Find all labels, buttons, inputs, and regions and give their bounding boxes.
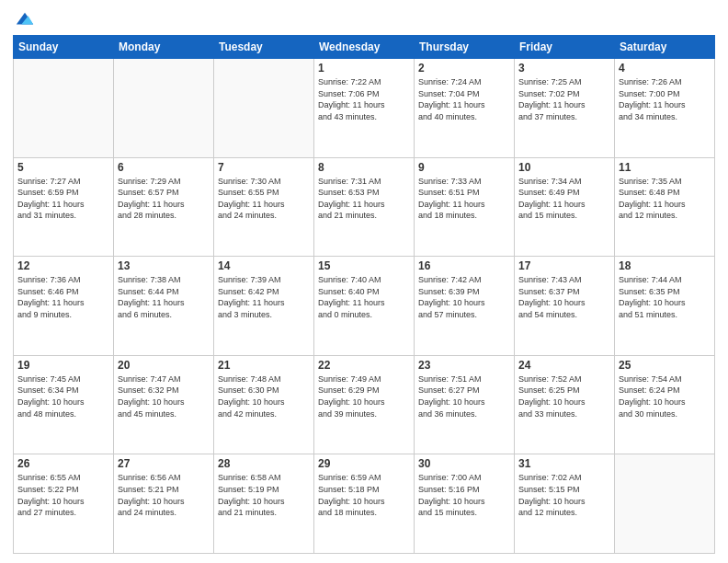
day-number: 13 bbox=[118, 259, 210, 272]
day-info: Sunrise: 7:54 AM Sunset: 6:24 PM Dayligh… bbox=[619, 373, 711, 419]
day-number: 15 bbox=[318, 259, 410, 272]
day-number: 14 bbox=[218, 259, 310, 272]
day-number: 29 bbox=[318, 457, 410, 470]
day-info: Sunrise: 7:44 AM Sunset: 6:35 PM Dayligh… bbox=[619, 274, 711, 320]
day-number: 2 bbox=[418, 62, 510, 75]
day-number: 21 bbox=[218, 359, 310, 372]
day-info: Sunrise: 7:45 AM Sunset: 6:34 PM Dayligh… bbox=[17, 373, 109, 419]
day-info: Sunrise: 7:24 AM Sunset: 7:04 PM Dayligh… bbox=[418, 76, 510, 122]
day-number: 26 bbox=[17, 457, 109, 470]
day-info: Sunrise: 7:43 AM Sunset: 6:37 PM Dayligh… bbox=[518, 274, 610, 320]
day-info: Sunrise: 7:00 AM Sunset: 5:16 PM Dayligh… bbox=[418, 472, 510, 518]
calendar-cell: 4Sunrise: 7:26 AM Sunset: 7:00 PM Daylig… bbox=[615, 59, 715, 158]
day-info: Sunrise: 6:59 AM Sunset: 5:18 PM Dayligh… bbox=[318, 472, 410, 518]
calendar-cell: 24Sunrise: 7:52 AM Sunset: 6:25 PM Dayli… bbox=[515, 355, 615, 454]
calendar-cell: 15Sunrise: 7:40 AM Sunset: 6:40 PM Dayli… bbox=[314, 257, 415, 356]
calendar-cell: 27Sunrise: 6:56 AM Sunset: 5:21 PM Dayli… bbox=[114, 454, 214, 554]
day-number: 16 bbox=[418, 259, 510, 272]
calendar-cell: 22Sunrise: 7:49 AM Sunset: 6:29 PM Dayli… bbox=[314, 355, 415, 454]
day-number: 24 bbox=[518, 359, 610, 372]
calendar-cell: 8Sunrise: 7:31 AM Sunset: 6:53 PM Daylig… bbox=[314, 157, 415, 257]
logo-icon bbox=[15, 9, 35, 29]
calendar-cell bbox=[114, 59, 214, 158]
day-info: Sunrise: 7:02 AM Sunset: 5:15 PM Dayligh… bbox=[518, 472, 610, 518]
calendar-cell: 7Sunrise: 7:30 AM Sunset: 6:55 PM Daylig… bbox=[214, 157, 314, 257]
week-row-0: 1Sunrise: 7:22 AM Sunset: 7:06 PM Daylig… bbox=[14, 59, 715, 158]
calendar-cell: 5Sunrise: 7:27 AM Sunset: 6:59 PM Daylig… bbox=[14, 157, 114, 257]
day-info: Sunrise: 7:25 AM Sunset: 7:02 PM Dayligh… bbox=[518, 76, 610, 122]
weekday-header-thursday: Thursday bbox=[415, 36, 515, 59]
calendar-cell: 9Sunrise: 7:33 AM Sunset: 6:51 PM Daylig… bbox=[415, 157, 515, 257]
calendar-cell: 25Sunrise: 7:54 AM Sunset: 6:24 PM Dayli… bbox=[615, 355, 715, 454]
day-info: Sunrise: 7:36 AM Sunset: 6:46 PM Dayligh… bbox=[17, 274, 109, 320]
calendar-cell: 19Sunrise: 7:45 AM Sunset: 6:34 PM Dayli… bbox=[14, 355, 114, 454]
day-number: 12 bbox=[17, 259, 109, 272]
day-number: 20 bbox=[118, 359, 210, 372]
weekday-header-saturday: Saturday bbox=[615, 36, 715, 59]
calendar-cell: 3Sunrise: 7:25 AM Sunset: 7:02 PM Daylig… bbox=[515, 59, 615, 158]
day-info: Sunrise: 7:49 AM Sunset: 6:29 PM Dayligh… bbox=[318, 373, 410, 419]
weekday-header-friday: Friday bbox=[515, 36, 615, 59]
calendar-cell: 16Sunrise: 7:42 AM Sunset: 6:39 PM Dayli… bbox=[415, 257, 515, 356]
calendar-cell: 14Sunrise: 7:39 AM Sunset: 6:42 PM Dayli… bbox=[214, 257, 314, 356]
day-number: 11 bbox=[619, 161, 711, 174]
calendar-cell: 18Sunrise: 7:44 AM Sunset: 6:35 PM Dayli… bbox=[615, 257, 715, 356]
weekday-header-wednesday: Wednesday bbox=[314, 36, 415, 59]
day-info: Sunrise: 7:39 AM Sunset: 6:42 PM Dayligh… bbox=[218, 274, 310, 320]
day-number: 22 bbox=[318, 359, 410, 372]
day-number: 30 bbox=[418, 457, 510, 470]
calendar-cell: 10Sunrise: 7:34 AM Sunset: 6:49 PM Dayli… bbox=[515, 157, 615, 257]
day-info: Sunrise: 7:52 AM Sunset: 6:25 PM Dayligh… bbox=[518, 373, 610, 419]
day-number: 9 bbox=[418, 161, 510, 174]
day-number: 23 bbox=[418, 359, 510, 372]
day-info: Sunrise: 7:40 AM Sunset: 6:40 PM Dayligh… bbox=[318, 274, 410, 320]
calendar-cell: 30Sunrise: 7:00 AM Sunset: 5:16 PM Dayli… bbox=[415, 454, 515, 554]
week-row-2: 12Sunrise: 7:36 AM Sunset: 6:46 PM Dayli… bbox=[14, 257, 715, 356]
calendar-cell: 21Sunrise: 7:48 AM Sunset: 6:30 PM Dayli… bbox=[214, 355, 314, 454]
day-info: Sunrise: 6:55 AM Sunset: 5:22 PM Dayligh… bbox=[17, 472, 109, 518]
day-info: Sunrise: 7:38 AM Sunset: 6:44 PM Dayligh… bbox=[118, 274, 210, 320]
day-number: 27 bbox=[118, 457, 210, 470]
day-info: Sunrise: 7:42 AM Sunset: 6:39 PM Dayligh… bbox=[418, 274, 510, 320]
day-number: 28 bbox=[218, 457, 310, 470]
calendar-cell: 13Sunrise: 7:38 AM Sunset: 6:44 PM Dayli… bbox=[114, 257, 214, 356]
calendar-cell: 23Sunrise: 7:51 AM Sunset: 6:27 PM Dayli… bbox=[415, 355, 515, 454]
day-number: 18 bbox=[619, 259, 711, 272]
day-number: 25 bbox=[619, 359, 711, 372]
day-number: 31 bbox=[518, 457, 610, 470]
weekday-header-tuesday: Tuesday bbox=[214, 36, 314, 59]
week-row-1: 5Sunrise: 7:27 AM Sunset: 6:59 PM Daylig… bbox=[14, 157, 715, 257]
calendar-cell: 12Sunrise: 7:36 AM Sunset: 6:46 PM Dayli… bbox=[14, 257, 114, 356]
day-info: Sunrise: 7:34 AM Sunset: 6:49 PM Dayligh… bbox=[518, 176, 610, 222]
day-info: Sunrise: 7:27 AM Sunset: 6:59 PM Dayligh… bbox=[17, 176, 109, 222]
day-info: Sunrise: 7:47 AM Sunset: 6:32 PM Dayligh… bbox=[118, 373, 210, 419]
weekday-header-monday: Monday bbox=[114, 36, 214, 59]
calendar-cell: 20Sunrise: 7:47 AM Sunset: 6:32 PM Dayli… bbox=[114, 355, 214, 454]
calendar-cell: 2Sunrise: 7:24 AM Sunset: 7:04 PM Daylig… bbox=[415, 59, 515, 158]
logo bbox=[13, 9, 35, 29]
calendar-cell: 31Sunrise: 7:02 AM Sunset: 5:15 PM Dayli… bbox=[515, 454, 615, 554]
calendar-table: SundayMondayTuesdayWednesdayThursdayFrid… bbox=[13, 35, 715, 554]
day-info: Sunrise: 7:22 AM Sunset: 7:06 PM Dayligh… bbox=[318, 76, 410, 122]
day-info: Sunrise: 7:30 AM Sunset: 6:55 PM Dayligh… bbox=[218, 176, 310, 222]
week-row-3: 19Sunrise: 7:45 AM Sunset: 6:34 PM Dayli… bbox=[14, 355, 715, 454]
day-info: Sunrise: 7:51 AM Sunset: 6:27 PM Dayligh… bbox=[418, 373, 510, 419]
calendar-cell bbox=[214, 59, 314, 158]
day-number: 4 bbox=[619, 62, 711, 75]
day-info: Sunrise: 7:48 AM Sunset: 6:30 PM Dayligh… bbox=[218, 373, 310, 419]
calendar-cell: 6Sunrise: 7:29 AM Sunset: 6:57 PM Daylig… bbox=[114, 157, 214, 257]
day-info: Sunrise: 7:35 AM Sunset: 6:48 PM Dayligh… bbox=[619, 176, 711, 222]
week-row-4: 26Sunrise: 6:55 AM Sunset: 5:22 PM Dayli… bbox=[14, 454, 715, 554]
day-number: 3 bbox=[518, 62, 610, 75]
calendar-cell bbox=[14, 59, 114, 158]
calendar-cell bbox=[615, 454, 715, 554]
page: SundayMondayTuesdayWednesdayThursdayFrid… bbox=[0, 0, 728, 563]
day-info: Sunrise: 6:56 AM Sunset: 5:21 PM Dayligh… bbox=[118, 472, 210, 518]
day-number: 5 bbox=[17, 161, 109, 174]
weekday-header-row: SundayMondayTuesdayWednesdayThursdayFrid… bbox=[14, 36, 715, 59]
day-info: Sunrise: 7:31 AM Sunset: 6:53 PM Dayligh… bbox=[318, 176, 410, 222]
weekday-header-sunday: Sunday bbox=[14, 36, 114, 59]
calendar-cell: 28Sunrise: 6:58 AM Sunset: 5:19 PM Dayli… bbox=[214, 454, 314, 554]
day-info: Sunrise: 6:58 AM Sunset: 5:19 PM Dayligh… bbox=[218, 472, 310, 518]
day-number: 10 bbox=[518, 161, 610, 174]
